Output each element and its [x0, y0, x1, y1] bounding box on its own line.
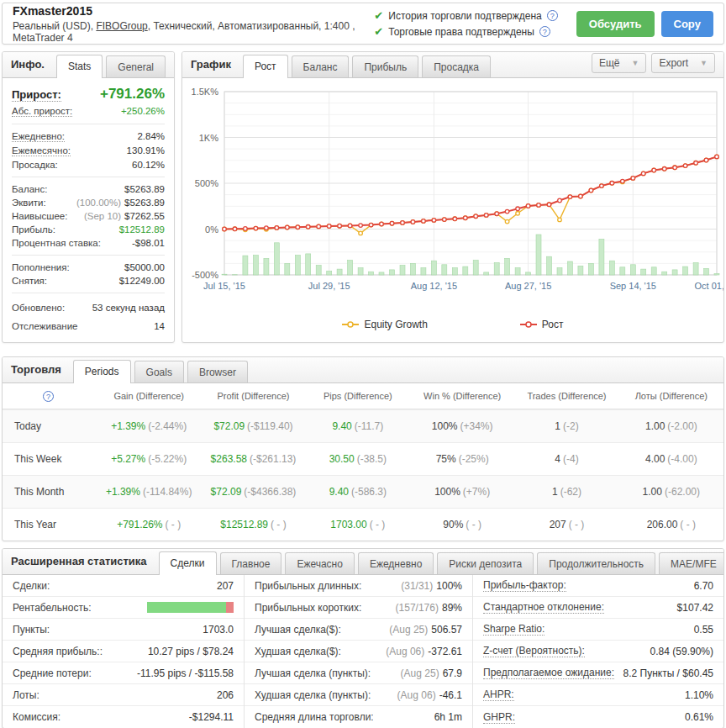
profitability-bar [147, 602, 234, 613]
svg-text:Sep 14, '15: Sep 14, '15 [610, 281, 656, 291]
tab-stats[interactable]: Stats [56, 55, 103, 78]
tab-drawdown[interactable]: Просадка [422, 55, 491, 77]
chevron-down-icon: ▼ [631, 59, 639, 67]
svg-text:Aug 12, '15: Aug 12, '15 [411, 281, 457, 291]
legend-equity-growth[interactable]: Equity Growth [342, 319, 427, 330]
help-icon[interactable]: ? [539, 26, 550, 37]
page: FXmaster2015 Реальный (USD), FIBOGroup, … [0, 0, 726, 728]
info-label[interactable]: Ежедневно: [12, 131, 65, 142]
info-value: 2.84% [137, 131, 165, 141]
stat-row-sharpe-ratio: Sharpe Ratio: 0.55 [473, 619, 723, 641]
advanced-stats-panel: Расширенная статистика Сделки Главное Еж… [2, 548, 724, 728]
stat-row-trades: Сделки: 207 [3, 575, 244, 597]
broker-link[interactable]: FIBOGroup [96, 20, 147, 32]
svg-text:-500%: -500% [192, 270, 218, 280]
info-row-highest: Наивысшее: (Sep 10)$7262.55 [12, 209, 165, 223]
info-value: +250.26% [121, 106, 165, 116]
stats-grid: Сделки: 207 Рентабельность: Пункты: 1703… [3, 575, 723, 728]
table-row-this-month[interactable]: This Month +1.39%(-114.84%) $72.09(-$436… [3, 475, 723, 508]
info-row-abs-gain: Абс. прирост: +250.26% [12, 104, 165, 119]
svg-text:500%: 500% [195, 178, 218, 188]
stats-tabbar: Расширенная статистика Сделки Главное Еж… [3, 549, 723, 575]
tab-profit[interactable]: Прибыль [352, 55, 418, 77]
info-row-deposits: Пополнения: $5000.00 [12, 261, 165, 274]
divider [12, 255, 165, 256]
info-panel: Инфо. Stats General Прирост: +791.26% Аб… [2, 51, 175, 343]
divider [12, 293, 165, 293]
svg-text:1K%: 1K% [199, 133, 218, 143]
info-value: 60.12% [132, 160, 165, 170]
column-header-lots: Лоты (Difference) [619, 391, 723, 401]
account-name: FXmaster2015 [13, 4, 374, 18]
divider [12, 124, 165, 124]
stat-row-worst-trade-usd: Худшая сделка($): (Aug 06)-372.61 [245, 641, 472, 662]
info-label: Баланс: [12, 184, 47, 194]
info-row-interest: Процентная ставка: -$98.01 [12, 236, 165, 250]
tab-mae-mfe[interactable]: MAE/MFE [659, 552, 724, 574]
svg-text:Oct 01, '15: Oct 01, '15 [695, 281, 724, 291]
info-value-note: (Sep 10) [84, 211, 121, 221]
tab-risk[interactable]: Риски депозита [437, 552, 534, 574]
tab-trades[interactable]: Сделки [159, 551, 217, 575]
svg-text:Jul 29, '15: Jul 29, '15 [308, 281, 350, 291]
info-value: (100.00%)$5263.89 [76, 198, 165, 208]
info-value-note: (100.00%) [76, 198, 121, 208]
column-header-win: Win % (Difference) [410, 391, 514, 401]
table-row-today[interactable]: Today +1.39%(-2.44%) $72.09(-$119.40) 9.… [3, 409, 723, 442]
info-label[interactable]: Абс. прирост: [12, 106, 72, 117]
verification-line: ✔ История торговли подтверждена ? [374, 8, 557, 24]
more-dropdown[interactable]: Ещё▼ [592, 53, 646, 73]
stat-row-avg-trade-length: Средняя длина торговли: 6h 1m [245, 706, 472, 728]
legend-marker-icon [520, 321, 537, 328]
tab-periods[interactable]: Periods [73, 360, 131, 383]
info-value: 53 секунд назад [92, 303, 165, 313]
column-header-trades: Trades (Difference) [514, 391, 618, 401]
trading-tabbar: Торговля Periods Goals Browser [3, 357, 723, 383]
check-icon: ✔ [374, 9, 383, 22]
help-icon[interactable]: ? [547, 10, 558, 21]
tab-browser[interactable]: Browser [187, 361, 248, 382]
table-row-this-year[interactable]: This Year +791.26%( - ) $12512.89( - ) 1… [3, 508, 723, 541]
tab-daily[interactable]: Ежедневно [358, 552, 434, 574]
info-value: +791.26% [100, 86, 165, 103]
chart-body: 1.5K%1K%500%0%-500%Jul 15, '15Jul 29, '1… [182, 78, 723, 342]
info-label: Отслеживание [12, 321, 77, 331]
tab-balance[interactable]: Баланс [292, 55, 350, 77]
stat-row-avg-loss: Средние потери: -11.95 pips / -$115.58 [3, 662, 244, 684]
legend-growth[interactable]: Рост [520, 319, 564, 330]
legend-marker-icon [342, 321, 359, 328]
info-value: $12249.00 [119, 276, 165, 286]
account-title-block: FXmaster2015 Реальный (USD), FIBOGroup, … [13, 4, 374, 44]
trading-panel: Торговля Periods Goals Browser ? Gain (D… [2, 356, 724, 541]
export-dropdown[interactable]: Export▼ [651, 53, 715, 73]
growth-chart: 1.5K%1K%500%0%-500%Jul 15, '15Jul 29, '1… [184, 82, 724, 307]
chart-legend: Equity Growth Рост [184, 310, 722, 342]
copy-button[interactable]: Copy [661, 11, 714, 37]
info-label[interactable]: Ежемесячно: [12, 145, 71, 156]
verification-block: ✔ История торговли подтверждена ? ✔ Торг… [374, 8, 557, 40]
account-type: Реальный (USD), [13, 20, 96, 32]
tab-hourly[interactable]: Ежечасно [285, 552, 355, 574]
tab-general-stats[interactable]: Главное [220, 552, 282, 574]
tab-goals[interactable]: Goals [134, 361, 184, 382]
info-value: 130.91% [127, 145, 165, 156]
column-header-pips: Pips (Difference) [306, 391, 410, 401]
table-row-this-week[interactable]: This Week +5.27%(-5.22%) $263.58(-$261.1… [3, 442, 723, 475]
svg-text:1.5K%: 1.5K% [192, 87, 219, 97]
info-label[interactable]: Прирост: [12, 88, 61, 102]
info-row-profit: Прибыль: $12512.89 [12, 223, 165, 236]
check-icon: ✔ [374, 25, 383, 38]
info-label: Пополнения: [12, 262, 70, 272]
tab-general[interactable]: General [106, 55, 166, 77]
stat-row-pips: Пункты: 1703.0 [3, 619, 244, 641]
info-label: Прибыль: [12, 224, 55, 235]
tab-duration[interactable]: Продолжительность [537, 552, 655, 574]
stat-row-std-deviation: Стандартное отклонение: $107.42 [473, 597, 723, 619]
discuss-button[interactable]: Обсудить [576, 11, 655, 37]
profitability-loss-segment [226, 602, 234, 613]
stat-row-ahpr: AHPR: 1.10% [473, 684, 723, 706]
chart-panel: График Рост Баланс Прибыль Просадка Ещё▼… [182, 51, 724, 343]
tab-growth[interactable]: Рост [243, 55, 288, 78]
help-icon[interactable]: ? [43, 391, 54, 402]
trading-panel-title: Торговля [11, 363, 61, 382]
